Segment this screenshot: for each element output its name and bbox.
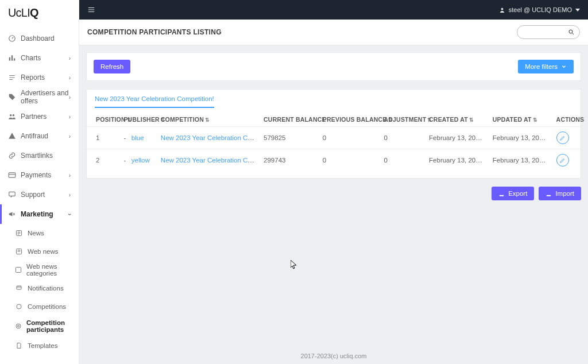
dropdown-icon xyxy=(575,9,580,11)
chevron-down-icon: › xyxy=(67,213,73,215)
export-button[interactable]: Export xyxy=(492,187,534,200)
main: steel @ UCLIQ DEMO COMPETITION PARTICIPA… xyxy=(79,0,588,364)
nav: Dashboard Charts › Reports › Advertisers… xyxy=(0,29,79,364)
upload-icon xyxy=(546,191,552,197)
cell-position: 2 xyxy=(87,149,119,172)
publisher-link[interactable]: blue xyxy=(131,134,144,141)
table-row: 2- yellowNew 2023 Year Celebration Compe… xyxy=(87,149,581,172)
tab-competition[interactable]: New 2023 Year Celebration Competition! xyxy=(95,93,214,108)
th-competition[interactable]: COMPETITION⇅ xyxy=(156,113,259,127)
sidebar-item-label: Smartlinks xyxy=(21,152,53,160)
export-row: Export Import xyxy=(86,187,581,200)
cell-created-at: February 13, 2023 13:00 xyxy=(424,127,488,149)
sidebar-item-dashboard[interactable]: Dashboard xyxy=(0,29,79,48)
sidebar-item-label: Reports xyxy=(21,73,45,82)
cell-current-balance: 299743 xyxy=(259,149,318,172)
th-previous-balance[interactable]: PREVIOUS BALANCE⇅ xyxy=(318,113,380,127)
chevron-right-icon: › xyxy=(69,55,71,61)
user-text: steel @ UCLIQ DEMO xyxy=(509,6,572,13)
sidebar-item-payments[interactable]: Payments › xyxy=(0,165,79,185)
sidebar-item-smartlinks[interactable]: Smartlinks xyxy=(0,146,79,165)
th-created-at[interactable]: CREATED AT⇅ xyxy=(424,113,488,127)
competition-link[interactable]: New 2023 Year Celebration Competition! xyxy=(161,157,259,164)
toolbar-panel: Refresh More filters xyxy=(86,52,581,81)
sidebar-item-label: Partners xyxy=(21,113,47,121)
th-current-balance[interactable]: CURRENT BALANCE xyxy=(259,113,318,127)
chevron-right-icon: › xyxy=(69,192,71,198)
button-label: Refresh xyxy=(100,63,123,70)
users-icon xyxy=(8,113,16,121)
chevron-right-icon: › xyxy=(69,133,71,140)
refresh-button[interactable]: Refresh xyxy=(94,60,130,73)
sidebar-submenu: News Web news Web news categories Notifi… xyxy=(0,224,79,355)
cell-previous-balance: 0 xyxy=(318,149,380,172)
sidebar-item-label: Notifications xyxy=(28,285,64,292)
th-updated-at[interactable]: UPDATED AT⇅ xyxy=(488,113,552,127)
trophy-icon xyxy=(15,322,22,330)
sidebar-sub-webnews-categories[interactable]: Web news categories xyxy=(7,261,79,279)
search-icon xyxy=(568,29,575,36)
gauge-icon xyxy=(8,34,16,42)
th-actions: ACTIONS xyxy=(552,113,581,127)
footer: 2017-2023(c) ucliq.com xyxy=(79,348,588,364)
cell-previous-balance: 0 xyxy=(318,127,380,149)
chevron-right-icon: › xyxy=(69,172,71,179)
more-filters-button[interactable]: More filters xyxy=(518,60,574,73)
svg-rect-7 xyxy=(9,173,16,177)
competition-link[interactable]: New 2023 Year Celebration Competition! xyxy=(161,134,259,141)
svg-rect-11 xyxy=(16,268,21,273)
search-input[interactable] xyxy=(517,25,580,39)
newspaper-icon xyxy=(15,229,23,237)
user-menu[interactable]: steel @ UCLIQ DEMO xyxy=(499,6,580,13)
svg-text:UcLIQ: UcLIQ xyxy=(8,6,38,19)
menu-toggle-icon[interactable] xyxy=(87,6,95,14)
svg-rect-3 xyxy=(11,55,13,60)
publisher-link[interactable]: yellow xyxy=(131,157,150,164)
cell-competition: New 2023 Year Celebration Competition! xyxy=(156,127,259,149)
sort-icon: ⇅ xyxy=(533,117,537,123)
sidebar: UcLIQ Dashboard Charts › Reports › Adver… xyxy=(0,0,79,364)
warning-icon xyxy=(8,132,16,140)
sidebar-sub-notifications[interactable]: Notifications xyxy=(7,279,79,297)
cell-created-at: February 13, 2023 13:00 xyxy=(424,149,488,172)
sidebar-item-charts[interactable]: Charts › xyxy=(0,48,79,68)
sort-icon: ⇅ xyxy=(205,117,210,123)
sidebar-item-label: Advertisers and offers xyxy=(21,89,69,105)
list-icon xyxy=(8,73,16,82)
th-position[interactable]: POSITION⇅ xyxy=(87,113,119,127)
sidebar-item-reports[interactable]: Reports › xyxy=(0,68,79,87)
sidebar-sub-webnews[interactable]: Web news xyxy=(7,242,79,261)
sidebar-item-partners[interactable]: Partners › xyxy=(0,107,79,126)
sidebar-item-label: Antifraud xyxy=(21,132,48,140)
table-header-row: POSITION⇅ PUBLISHER⇅ COMPETITION⇅ CURREN… xyxy=(87,113,581,127)
sidebar-item-marketing[interactable]: Marketing › xyxy=(0,204,79,224)
sidebar-item-antifraud[interactable]: Antifraud › xyxy=(0,126,79,146)
th-adjustment[interactable]: ADJUSTMENT⇅ xyxy=(380,113,425,127)
sidebar-item-label: Payments xyxy=(21,171,51,179)
topbar: steel @ UCLIQ DEMO xyxy=(79,0,588,20)
sidebar-sub-templates[interactable]: Templates xyxy=(7,336,79,355)
svg-rect-12 xyxy=(17,286,21,289)
edit-button[interactable] xyxy=(556,131,569,144)
import-button[interactable]: Import xyxy=(539,187,581,200)
th-publisher[interactable]: PUBLISHER⇅ xyxy=(119,113,156,127)
svg-point-6 xyxy=(13,114,14,117)
table: POSITION⇅ PUBLISHER⇅ COMPETITION⇅ CURREN… xyxy=(86,108,581,179)
cell-publisher: - yellow xyxy=(119,149,156,172)
tabbar: New 2023 Year Celebration Competition! xyxy=(86,89,581,108)
edit-button[interactable] xyxy=(556,154,569,166)
newspaper-icon xyxy=(15,247,23,255)
sidebar-item-label: Charts xyxy=(21,54,41,62)
sidebar-sub-competition-participants[interactable]: Competition participants xyxy=(7,316,79,336)
tab-label: New 2023 Year Celebration Competition! xyxy=(95,95,214,102)
newspaper-icon xyxy=(15,266,22,274)
sidebar-item-label: Dashboard xyxy=(21,34,55,42)
sidebar-sub-news[interactable]: News xyxy=(7,224,79,242)
sidebar-item-label: Marketing xyxy=(21,210,53,218)
page-title: COMPETITION PARTICIPANTS LISTING xyxy=(87,28,222,36)
sidebar-item-advertisers[interactable]: Advertisers and offers › xyxy=(0,87,79,107)
cell-actions xyxy=(552,127,581,149)
cell-actions xyxy=(552,149,581,172)
sidebar-sub-competitions[interactable]: Competitions xyxy=(7,297,79,316)
sidebar-item-support[interactable]: Support › xyxy=(0,185,79,204)
